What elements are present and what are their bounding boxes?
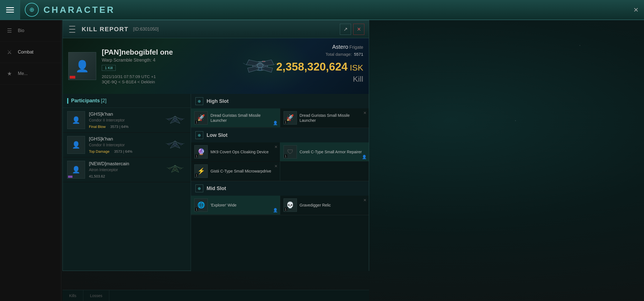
participant-damage: 3573 | 64%	[114, 149, 132, 154]
panel-header-actions: ↗ ✕	[340, 24, 364, 35]
low-slot-item-name-mk9: MK9 Covert Ops Cloaking Device	[210, 149, 269, 154]
mid-slot-item-name-explorer: 'Explorer' Wide	[210, 203, 236, 208]
isk-label: ISK	[350, 63, 363, 72]
low-slot-title: Low Slot	[207, 132, 227, 138]
panel-header: KILL REPORT [ID:6301050] ↗ ✕	[63, 20, 369, 38]
close-icon[interactable]: ✕	[363, 111, 367, 115]
ship-type: Astero	[332, 44, 348, 50]
svg-point-17	[173, 118, 177, 121]
dread-guristas-launcher-icon-1: 🚀 1	[194, 111, 208, 125]
high-slot-item-left[interactable]: 🚀 1 Dread Guristas Small Missile Launche…	[191, 108, 280, 127]
svg-line-29	[167, 167, 168, 168]
kill-report-panel: KILL REPORT [ID:6301050] ↗ ✕ 👤 [PAN]nebo…	[62, 20, 369, 271]
participant-item[interactable]: 👤 [NEWD]mastercain Atron Interceptor 41,…	[63, 157, 191, 182]
cloaking-device-icon: 🔮 1	[194, 145, 208, 159]
app-title: CHARACTER	[43, 5, 115, 15]
medals-icon: ★	[4, 69, 14, 79]
panel-id: [ID:6301050]	[133, 27, 159, 32]
participant-item[interactable]: 👤 [GHS]k'han Condor II Interceptor Final…	[63, 108, 191, 133]
high-slot-item-right[interactable]: 🚀 1 Dread Guristas Small Missile Launche…	[280, 108, 369, 127]
low-slot-row-1: 🔮 1 MK9 Covert Ops Cloaking Device ✕ 🛡 1…	[191, 142, 369, 162]
section-bar	[67, 98, 68, 104]
close-icon[interactable]: ✕	[363, 198, 367, 202]
top-bar: ⊕ CHARACTER ×	[0, 0, 644, 20]
participant-ship: Condor II Interceptor	[89, 118, 162, 122]
kill-hero: 👤 [PAN]nebogibfel one Warp Scramble Stre…	[63, 38, 369, 94]
participant-damage: 41,503.62	[89, 174, 105, 178]
participant-details: [GHS]k'han Condor II Interceptor Top Dam…	[89, 136, 162, 154]
participants-title: Participants	[71, 98, 100, 104]
pilot-indicator-icon: 👤	[362, 155, 367, 159]
high-slot-title: High Slot	[207, 98, 229, 104]
participant-item[interactable]: 👤 [GHS]k'han Condor II Interceptor Top D…	[63, 133, 191, 157]
avatar-status-indicator	[70, 76, 75, 79]
participant-ship-image	[164, 138, 186, 152]
svg-line-22	[166, 143, 167, 144]
svg-line-21	[183, 143, 184, 144]
panel-content: Participants [2] 👤 [GHS]k'han Condor II …	[63, 94, 369, 271]
low-slot-row-2: ⚡ 1 Gistii C-Type Small Microwarpdrive ✕	[191, 162, 369, 181]
hamburger-icon	[6, 7, 14, 13]
mid-slot-header: ⊕ Mid Slot	[191, 181, 369, 196]
isk-value: 2,358,320,624	[276, 61, 348, 72]
panel-menu-button[interactable]	[67, 24, 77, 34]
pilot-indicator-icon: 👤	[273, 121, 278, 125]
svg-point-23	[173, 143, 177, 145]
low-slot-item-mk9[interactable]: 🔮 1 MK9 Covert Ops Cloaking Device ✕	[191, 142, 280, 161]
total-damage-label: Total damage:	[325, 52, 352, 57]
participant-name: [NEWD]mastercain	[89, 161, 162, 167]
participants-header: Participants [2]	[63, 94, 191, 108]
mid-slot-item-explorer[interactable]: 🌐 1 'Explorer' Wide 👤	[191, 196, 280, 215]
participant-damage: 3573 | 64%	[110, 125, 129, 129]
high-slot-section: ⊕ High Slot 🚀 1 Dread Guristas Small Mis…	[191, 94, 369, 128]
participant-avatar: 👤	[67, 136, 85, 154]
participants-count: [2]	[101, 98, 106, 104]
app-close-button[interactable]: ×	[633, 5, 638, 14]
panel-hamburger-icon	[69, 26, 75, 33]
menu-button[interactable]	[0, 0, 20, 20]
high-slot-row: 🚀 1 Dread Guristas Small Missile Launche…	[191, 108, 369, 128]
participant-details: [GHS]k'han Condor II Interceptor Final B…	[89, 111, 162, 129]
participant-avatar: 👤	[67, 111, 85, 129]
svg-line-15	[183, 118, 184, 119]
external-link-button[interactable]: ↗	[340, 24, 351, 35]
high-slot-header: ⊕ High Slot	[191, 94, 369, 108]
low-slot-icon: ⊕	[195, 131, 203, 139]
sidebar-item-combat[interactable]: ⚔ Combat	[0, 42, 61, 63]
sidebar-item-medals[interactable]: ★ Me...	[0, 63, 61, 84]
close-icon[interactable]: ✕	[274, 145, 278, 149]
participant-badge: Final Blow	[89, 125, 106, 129]
close-icon[interactable]: ✕	[274, 164, 278, 168]
panel-close-button[interactable]: ✕	[353, 24, 364, 35]
dread-guristas-launcher-icon-2: 🚀 1	[284, 111, 297, 125]
svg-rect-11	[262, 61, 265, 62]
left-sidebar: ☰ Bio ⚔ Combat ★ Me...	[0, 20, 61, 301]
explorer-icon: 🌐 1	[194, 198, 208, 212]
low-slot-item-name-gistii: Gistii C-Type Small Microwarpdrive	[210, 169, 271, 174]
low-slot-item-coreli[interactable]: 🛡 1 Coreli C-Type Small Armor Repairer 👤	[280, 142, 369, 161]
low-slot-header: ⊕ Low Slot	[191, 128, 369, 142]
mid-slot-icon: ⊕	[195, 185, 203, 192]
mid-slot-item-name-gravedigger: Gravedigger Relic	[300, 203, 331, 208]
mid-slot-title: Mid Slot	[207, 186, 226, 191]
mid-slot-section: ⊕ Mid Slot 🌐 1 'Explorer' Wide 👤	[191, 181, 369, 215]
tab-losses[interactable]: Losses	[83, 290, 109, 301]
tab-kills[interactable]: Kills	[62, 290, 83, 301]
participant-badge: Top Damage	[89, 149, 110, 154]
participant-details: [NEWD]mastercain Atron Interceptor 41,50…	[89, 161, 162, 179]
gravedigger-relic-icon: 💀 1	[284, 198, 297, 212]
mid-slot-item-gravedigger[interactable]: 💀 1 Gravedigger Relic ✕	[280, 196, 369, 215]
participant-name: [GHS]k'han	[89, 136, 162, 142]
sidebar-item-bio[interactable]: ☰ Bio	[0, 20, 61, 42]
mid-slot-row: 🌐 1 'Explorer' Wide 👤 💀 1 Gravedigger Re…	[191, 196, 369, 215]
low-slot-item-gistii[interactable]: ⚡ 1 Gistii C-Type Small Microwarpdrive ✕	[191, 162, 280, 181]
ship-class: Frigate	[349, 45, 363, 50]
svg-point-6	[259, 67, 262, 71]
armor-repairer-icon: 🛡 1	[284, 145, 297, 159]
kill-value-area: Astero Frigate Total damage: 5571 2,358,…	[276, 44, 363, 84]
kill-type-badge: Kill	[276, 75, 363, 84]
microwarpdrive-icon: ⚡ 1	[194, 164, 208, 178]
combat-icon: ⚔	[4, 47, 14, 57]
sidebar-item-label: Combat	[18, 50, 33, 55]
total-damage-value: 5571	[354, 52, 363, 57]
